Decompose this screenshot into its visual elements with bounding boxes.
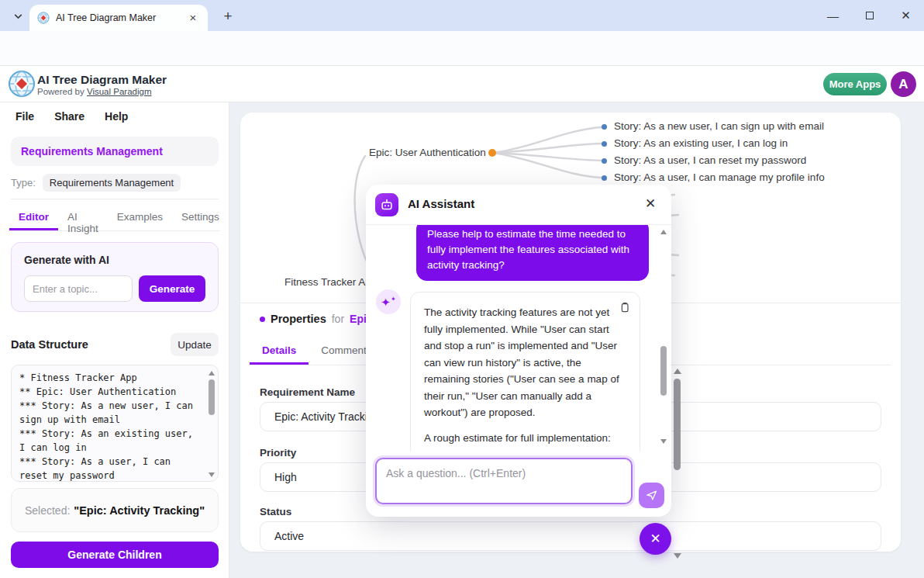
chat-scroll-down-icon[interactable] — [660, 439, 667, 444]
workspace: File Share Help Requirements Management … — [0, 102, 924, 578]
ai-assistant-header: AI Assistant ✕ — [366, 185, 671, 225]
new-tab-button[interactable]: + — [219, 7, 237, 26]
tab-ai-insight[interactable]: AI Insight — [58, 206, 108, 230]
generate-children-button[interactable]: Generate Children — [11, 542, 219, 568]
visual-paradigm-logo — [8, 70, 36, 98]
copy-icon[interactable] — [619, 301, 631, 313]
data-structure-content: * Fitness Tracker App ** Epic: User Auth… — [19, 371, 199, 482]
menu-share[interactable]: Share — [54, 110, 84, 123]
generate-panel-title: Generate with AI — [24, 254, 205, 266]
browser-titlebar: AI Tree Diagram Maker × + — ✕ — [0, 0, 924, 31]
story-dot[interactable] — [602, 175, 607, 181]
scrollbar-thumb[interactable] — [209, 379, 215, 415]
tab-editor[interactable]: Editor — [9, 206, 58, 230]
topic-input[interactable] — [24, 275, 133, 302]
page-scroll-down-icon[interactable] — [674, 553, 681, 559]
tab-close-icon[interactable]: × — [186, 11, 200, 25]
type-row: Type: Requirements Management — [11, 174, 181, 192]
sparkles-icon: ✦✦ — [381, 296, 395, 308]
page-scroll-up-icon[interactable] — [674, 369, 681, 374]
tab-search-button[interactable] — [9, 8, 26, 25]
close-chat-fab[interactable]: ✕ — [640, 523, 671, 555]
data-structure-scrollbar[interactable] — [207, 367, 216, 481]
selected-value: "Epic: Activity Tracking" — [74, 504, 205, 517]
ai-response-paragraph: A rough estimate for full implementation… — [424, 430, 626, 447]
ai-assistant-close-icon[interactable]: ✕ — [642, 196, 659, 213]
properties-for-label: for — [332, 313, 344, 325]
requirement-name-label: Requirement Name — [260, 386, 355, 398]
paper-plane-icon — [645, 489, 658, 502]
chat-messages: Please help to estimate the time needed … — [366, 225, 671, 452]
close-window-button[interactable]: ✕ — [888, 0, 924, 31]
account-avatar[interactable]: A — [891, 71, 916, 97]
menu-help[interactable]: Help — [105, 110, 128, 123]
selected-label: Selected: — [25, 504, 70, 517]
project-name: Requirements Management — [21, 145, 163, 157]
visual-paradigm-link[interactable]: Visual Paradigm — [87, 87, 152, 96]
data-structure-textarea[interactable]: * Fitness Tracker App ** Epic: User Auth… — [11, 365, 219, 482]
menu-file[interactable]: File — [16, 110, 34, 123]
node-story-reset-password[interactable]: Story: As a user, I can reset my passwor… — [614, 154, 806, 166]
tab-title: AI Tree Diagram Maker — [56, 12, 186, 23]
chat-scroll-up-icon[interactable] — [660, 230, 667, 234]
sidebar-divider — [11, 199, 219, 199]
node-root[interactable]: Fitness Tracker App — [284, 276, 377, 288]
robot-icon — [375, 193, 398, 216]
generate-with-ai-panel: Generate with AI Generate — [11, 242, 219, 312]
ai-response-paragraph: The activity tracking features are not y… — [424, 304, 626, 421]
menu-bar: File Share Help — [16, 110, 128, 123]
ai-assistant-title: AI Assistant — [408, 197, 474, 210]
ai-sparkles-avatar: ✦✦ — [376, 289, 401, 314]
node-story-profile[interactable]: Story: As a user, I can manage my profil… — [614, 171, 825, 183]
user-message-bubble: Please help to estimate the time needed … — [416, 225, 649, 281]
chat-scrollbar-thumb[interactable] — [660, 346, 667, 396]
type-value: Requirements Management — [43, 174, 181, 192]
epic-user-auth-dot[interactable] — [488, 149, 496, 157]
node-story-signup[interactable]: Story: As a new user, I can sign up with… — [614, 120, 824, 132]
properties-bullet-icon — [260, 317, 265, 322]
chat-scrollbar[interactable] — [659, 225, 668, 452]
data-structure-title: Data Structure — [11, 338, 88, 351]
node-epic-user-auth[interactable]: Epic: User Authentication — [369, 147, 486, 158]
send-button[interactable] — [639, 483, 664, 508]
ai-response-card: The activity tracking features are not y… — [410, 292, 640, 452]
status-input[interactable]: Active — [260, 521, 881, 551]
chevron-down-icon — [13, 12, 23, 22]
tab-details[interactable]: Details — [250, 337, 309, 365]
more-apps-button[interactable]: More Apps — [823, 73, 887, 95]
story-dot[interactable] — [602, 141, 607, 147]
maximize-icon — [866, 12, 874, 19]
story-dot[interactable] — [602, 158, 607, 164]
scroll-down-icon[interactable] — [209, 472, 215, 477]
update-button[interactable]: Update — [171, 333, 219, 356]
site-favicon — [37, 12, 50, 24]
node-story-login[interactable]: Story: As an existing user, I can log in — [614, 137, 788, 149]
maximize-button[interactable] — [851, 0, 888, 31]
status-label: Status — [260, 506, 291, 517]
page-scrollbar-thumb[interactable] — [674, 379, 681, 470]
browser-tab[interactable]: AI Tree Diagram Maker × — [29, 5, 208, 31]
priority-label: Priority — [260, 447, 296, 459]
minimize-button[interactable]: — — [815, 0, 851, 31]
sidebar: File Share Help Requirements Management … — [0, 102, 229, 578]
selected-node-box: Selected: "Epic: Activity Tracking" — [11, 488, 219, 532]
powered-by: Powered by Visual Paradigm — [37, 87, 151, 96]
generate-button[interactable]: Generate — [139, 275, 205, 302]
project-name-box[interactable]: Requirements Management — [11, 137, 219, 166]
story-dot[interactable] — [602, 124, 607, 130]
tab-examples[interactable]: Examples — [108, 206, 172, 230]
scroll-up-icon[interactable] — [209, 371, 215, 376]
type-label: Type: — [11, 177, 36, 189]
ask-question-input[interactable] — [375, 458, 633, 504]
tab-settings[interactable]: Settings — [172, 206, 229, 230]
sidebar-tabs: Editor AI Insight Examples Settings — [9, 206, 220, 231]
ai-assistant-dialog: AI Assistant ✕ Please help to estimate t… — [366, 185, 671, 517]
app-title: AI Tree Diagram Maker — [37, 73, 167, 87]
properties-title: Properties — [271, 313, 326, 325]
browser-toolbar: ← → ⟳ ai-toolbox.visual-paradigm.com/app… — [0, 31, 924, 66]
